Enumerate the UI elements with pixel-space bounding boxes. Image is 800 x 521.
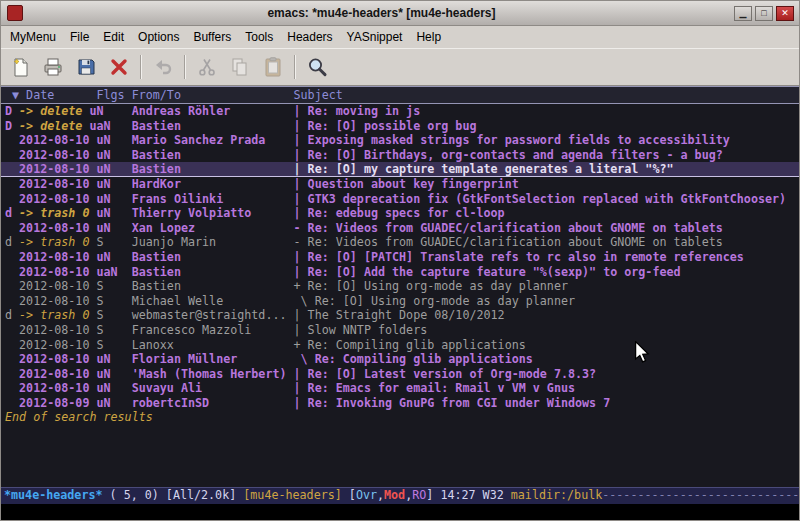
flags-field: uN	[89, 133, 131, 147]
save-button[interactable]	[71, 52, 101, 82]
from-field: robertcInSD	[132, 396, 294, 410]
close-button[interactable]: ✕	[776, 6, 794, 21]
flags-field: S	[89, 235, 131, 249]
search-button[interactable]	[302, 52, 332, 82]
mark-field	[5, 250, 19, 264]
mark-field	[5, 148, 19, 162]
maximize-button[interactable]: □	[755, 6, 773, 21]
message-row[interactable]: 2012-08-10 uN Suvayu Ali | Re: Emacs for…	[1, 381, 799, 396]
minimize-button[interactable]: ▁	[734, 6, 752, 21]
emacs-window: emacs: *mu4e-headers* [mu4e-headers] ▁ □…	[0, 0, 800, 521]
date-field: 2012-08-10	[19, 250, 89, 264]
menu-item-yasnippet[interactable]: YASnippet	[340, 27, 410, 47]
close-buffer-button[interactable]	[104, 52, 134, 82]
flags-field: uN	[89, 206, 131, 220]
subject-field: - Re: Videos from GUADEC/clarification a…	[294, 221, 723, 235]
message-row[interactable]: 2012-08-10 uN Bastien | Re: [O] my captu…	[1, 162, 799, 177]
column-header-from: From/To	[132, 88, 294, 102]
subject-field: | Re: [O] Latest version of Org-mode 7.8…	[294, 367, 597, 381]
subject-field: | GTK3 deprecation fix (GtkFontSelection…	[294, 192, 787, 206]
modeline-size: [All/2.0k]	[166, 488, 243, 502]
subject-field: \ Re: [O] Using org-mode as day planner	[294, 294, 575, 308]
flags-field: uN	[89, 162, 131, 176]
mark-field	[5, 381, 19, 395]
from-field: webmaster@straightd...	[132, 308, 294, 322]
message-row[interactable]: 2012-08-10 uN Bastien | Re: [O] [PATCH] …	[1, 250, 799, 265]
mark-field	[5, 294, 19, 308]
message-row[interactable]: 2012-08-10 uN Mario Sanchez Prada | Expo…	[1, 133, 799, 148]
message-row[interactable]: D -> delete uN Andreas Röhler | Re: movi…	[1, 104, 799, 119]
flags-field: S	[89, 323, 131, 337]
menu-item-buffers[interactable]: Buffers	[186, 27, 238, 47]
menu-item-help[interactable]: Help	[409, 27, 448, 47]
header-line: ▼ Date Flgs From/To Subject	[1, 86, 799, 104]
cut-icon	[196, 56, 218, 78]
mark-field	[5, 133, 19, 147]
emacs-icon	[7, 5, 23, 21]
subject-field: + Re: Compiling glib applications	[294, 338, 526, 352]
message-row[interactable]: 2012-08-10 S Francesco Mazzoli | Slow NN…	[1, 323, 799, 338]
modeline-maildir: maildir:/bulk	[511, 488, 602, 502]
message-row[interactable]: 2012-08-10 uaN Bastien | Re: [O] Add the…	[1, 265, 799, 280]
message-row[interactable]: 2012-08-10 uN Florian Müllner \ Re: Comp…	[1, 352, 799, 367]
flags-field: S	[89, 294, 131, 308]
end-of-results-text: End of search results	[1, 410, 799, 425]
from-field: Frans Oilinki	[132, 192, 294, 206]
modeline-major-mode: [mu4e-headers]	[243, 488, 349, 502]
modeline-buffer-name: *mu4e-headers*	[4, 488, 103, 502]
mark-field: d	[5, 206, 19, 220]
toolbar-separator	[294, 55, 296, 79]
subject-field: | Slow NNTP folders	[294, 323, 428, 337]
menu-item-mymenu[interactable]: MyMenu	[3, 27, 63, 47]
menu-item-headers[interactable]: Headers	[280, 27, 339, 47]
flags-field: uN	[89, 250, 131, 264]
flags-field: uN	[89, 352, 131, 366]
message-row[interactable]: d -> trash 0 S webmaster@straightd... | …	[1, 308, 799, 323]
flags-field: uN	[89, 221, 131, 235]
print-button[interactable]	[38, 52, 68, 82]
date-field: 2012-08-10	[19, 177, 89, 191]
title-bar[interactable]: emacs: *mu4e-headers* [mu4e-headers] ▁ □…	[1, 1, 799, 26]
subject-field: + Re: [O] Using org-mode as day planner	[294, 279, 568, 293]
menu-bar: MyMenuFileEditOptionsBuffersToolsHeaders…	[1, 26, 799, 48]
mode-line[interactable]: *mu4e-headers* ( 5, 0) [All/2.0k] [mu4e-…	[1, 487, 799, 504]
from-field: HardKor	[132, 177, 294, 191]
new-file-button[interactable]	[5, 52, 35, 82]
menu-item-edit[interactable]: Edit	[96, 27, 131, 47]
message-row[interactable]: 2012-08-10 S Lanoxx + Re: Compiling glib…	[1, 338, 799, 353]
message-row[interactable]: 2012-08-10 uN HardKor | Question about k…	[1, 177, 799, 192]
message-row[interactable]: 2012-08-09 uN robertcInSD | Re: Invoking…	[1, 396, 799, 411]
window-title: emacs: *mu4e-headers* [mu4e-headers]	[29, 6, 734, 20]
message-row[interactable]: D -> delete uaN Bastien | Re: [O] possib…	[1, 119, 799, 134]
message-row[interactable]: d -> trash 0 uN Thierry Volpiatto | Re: …	[1, 206, 799, 221]
menu-item-tools[interactable]: Tools	[238, 27, 280, 47]
date-field: -> delete	[19, 119, 82, 133]
paste-button	[258, 52, 288, 82]
flags-field: S	[89, 279, 131, 293]
modeline-time: 14:27	[433, 488, 482, 502]
modeline-week: W32	[483, 488, 511, 502]
menu-item-file[interactable]: File	[63, 27, 96, 47]
from-field: Florian Müllner	[132, 352, 294, 366]
mark-field	[5, 279, 19, 293]
date-field: -> trash 0	[19, 206, 89, 220]
flags-field: uN	[89, 177, 131, 191]
from-field: Francesco Mazzoli	[132, 323, 294, 337]
message-row[interactable]: 2012-08-10 uN Frans Oilinki | GTK3 depre…	[1, 192, 799, 207]
date-field: 2012-08-10	[19, 352, 89, 366]
date-field: 2012-08-10	[19, 338, 89, 352]
message-row[interactable]: 2012-08-10 uN 'Mash (Thomas Herbert) | R…	[1, 367, 799, 382]
from-field: Suvayu Ali	[132, 381, 294, 395]
message-row[interactable]: 2012-08-10 uN Xan Lopez - Re: Videos fro…	[1, 221, 799, 236]
message-row[interactable]: 2012-08-10 S Bastien + Re: [O] Using org…	[1, 279, 799, 294]
flags-field: S	[89, 338, 131, 352]
echo-area[interactable]	[1, 504, 799, 520]
column-header-date: ▼ Date	[5, 88, 96, 102]
menu-item-options[interactable]: Options	[131, 27, 186, 47]
message-row[interactable]: 2012-08-10 S Michael Welle \ Re: [O] Usi…	[1, 294, 799, 309]
from-field: Bastien	[132, 119, 294, 133]
from-field: Xan Lopez	[132, 221, 294, 235]
message-row[interactable]: 2012-08-10 uN Bastien | Re: [O] Birthday…	[1, 148, 799, 163]
message-row[interactable]: d -> trash 0 S Juanjo Marin - Re: Videos…	[1, 235, 799, 250]
subject-field: | Re: Emacs for email: Rmail v VM v Gnus	[294, 381, 575, 395]
